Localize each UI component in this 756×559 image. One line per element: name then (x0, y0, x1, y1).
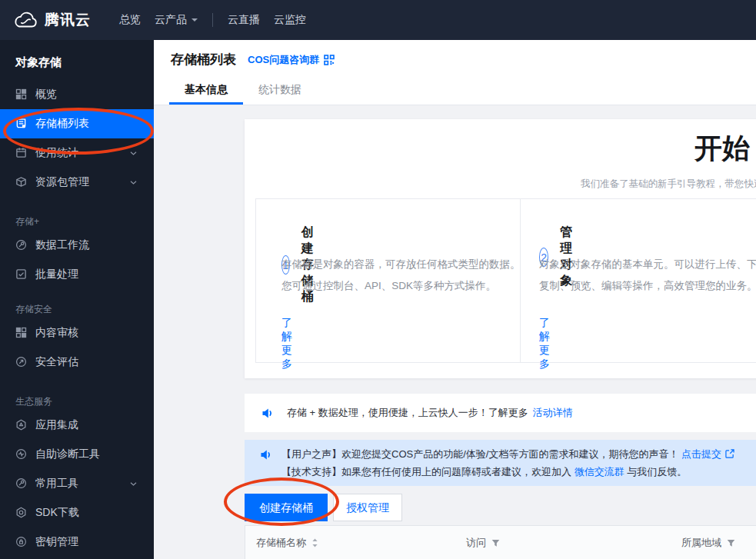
filter-icon[interactable] (727, 539, 735, 547)
sidebar-item-app-integration[interactable]: 应用集成 (0, 411, 154, 440)
bucket-table-header: 存储桶名称 访问 所属地域 (245, 525, 756, 559)
main-content: 开始 我们准备了基础的新手引导教程，带您快速 1 创建存储桶 存储桶是对象的容器… (154, 105, 756, 559)
sort-icon[interactable] (311, 538, 318, 547)
notice-text: 【用户之声】欢迎您提交COS产品的功能/体验/文档等方面的需求和建议，期待您的声… (281, 446, 734, 481)
step-description: 存储桶是对象的容器，可存放任何格式类型的数据。 您可通过控制台、API、SDK等… (281, 254, 521, 297)
sidebar-item-security-assessment[interactable]: 安全评估 (0, 348, 154, 377)
create-bucket-button[interactable]: 创建存储桶 (245, 494, 328, 521)
column-bucket-name[interactable]: 存储桶名称 (256, 526, 318, 559)
sidebar-menu: 概览 存储桶列表 使用统计 (0, 80, 154, 557)
submit-feedback-link[interactable]: 点击提交 (681, 448, 721, 460)
tab-basic-info[interactable]: 基本信息 (169, 77, 243, 105)
topbar: 腾讯云 总览 云产品 云直播 云监控 (0, 0, 756, 40)
sidebar-item-key-management[interactable]: 密钥管理 (0, 527, 154, 557)
brand-name: 腾讯云 (45, 10, 91, 30)
promo-activity-link[interactable]: 活动详情 (533, 406, 573, 420)
topnav: 总览 云产品 云直播 云监控 (112, 13, 313, 27)
checkbox-icon (15, 268, 28, 281)
nav-item-cloud-monitor[interactable]: 云监控 (274, 13, 306, 27)
chevron-down-icon (191, 18, 198, 25)
promo-text: 存储 + 数据处理，使用便捷，上云快人一步！了解更多 (287, 406, 528, 420)
overview-grid-icon (15, 88, 28, 101)
sdk-icon (15, 507, 28, 519)
bucket-list-icon (15, 118, 28, 130)
nav-item-overview[interactable]: 总览 (119, 13, 141, 27)
authorize-button[interactable]: 授权管理 (333, 494, 402, 521)
tencent-cloud-logo-icon (12, 12, 38, 29)
sidebar-section-eco-services: 生态服务 (0, 392, 154, 411)
qr-code-icon (324, 55, 335, 65)
lock-icon (15, 536, 28, 548)
chevron-down-icon (130, 151, 137, 155)
page-header: 存储桶列表 COS问题咨询群 基本信息 统计数据 (154, 40, 756, 105)
wechat-group-link[interactable]: 微信交流群 (574, 466, 624, 477)
sidebar-item-data-workflow[interactable]: 数据工作流 (0, 231, 154, 260)
workflow-icon (15, 239, 28, 251)
sidebar-item-resource-packages[interactable]: 资源包管理 (0, 168, 154, 197)
filter-icon[interactable] (491, 539, 500, 547)
sidebar-section-storage-plus: 存储+ (0, 212, 154, 231)
sidebar-item-usage-stats[interactable]: 使用统计 (0, 138, 154, 168)
cos-console-page: 腾讯云 总览 云产品 云直播 云监控 对象存储 概览 (0, 0, 756, 559)
column-access[interactable]: 访问 (466, 526, 500, 559)
tab-bar: 基本信息 统计数据 (169, 77, 317, 105)
notice-line-1: 【用户之声】欢迎您提交COS产品的功能/体验/文档等方面的需求和建议，期待您的声… (281, 446, 734, 464)
learn-more-link[interactable]: 了解更多 (539, 316, 550, 371)
pulse-icon (15, 448, 28, 461)
guide-panel: 开始 我们准备了基础的新手引导教程，带您快速 1 创建存储桶 存储桶是对象的容器… (245, 119, 756, 378)
sidebar-item-bucket-list[interactable]: 存储桶列表 (0, 109, 154, 138)
tab-statistics[interactable]: 统计数据 (243, 77, 317, 105)
gauge-icon (15, 356, 28, 368)
promo-banner: 存储 + 数据处理，使用便捷，上云快人一步！了解更多 活动详情 (245, 394, 756, 432)
sidebar: 对象存储 概览 存储桶列表 (0, 40, 154, 559)
page-title: 存储桶列表 (171, 51, 236, 68)
notice-line-2: 【技术支持】如果您有任何使用上的问题障碍或者建议，欢迎加入 微信交流群 与我们反… (281, 464, 734, 481)
external-link-icon (725, 447, 734, 464)
sidebar-item-batch-processing[interactable]: 批量处理 (0, 260, 154, 289)
sidebar-item-content-audit[interactable]: 内容审核 (0, 318, 154, 348)
notice-banner: 【用户之声】欢迎您提交COS产品的功能/体验/文档等方面的需求和建议，期待您的声… (245, 440, 756, 486)
nav-item-cloud-products[interactable]: 云产品 (155, 13, 198, 27)
megaphone-icon (260, 449, 273, 464)
sidebar-section-storage-security: 存储安全 (0, 300, 154, 318)
guide-subtitle: 我们准备了基础的新手引导教程，带您快速 (581, 178, 756, 191)
steps-box: 1 创建存储桶 存储桶是对象的容器，可存放任何格式类型的数据。 您可通过控制台、… (255, 198, 756, 363)
brand[interactable]: 腾讯云 (12, 10, 91, 30)
package-icon (15, 176, 28, 188)
calendar-icon (15, 147, 28, 159)
nav-item-live-streaming[interactable]: 云直播 (228, 13, 260, 27)
megaphone-icon (261, 408, 275, 419)
hexagon-icon (15, 419, 28, 431)
sidebar-item-common-tools[interactable]: 常用工具 (0, 469, 154, 498)
sidebar-item-sdk-download[interactable]: SDK下载 (0, 498, 154, 527)
sidebar-item-self-diagnosis[interactable]: 自助诊断工具 (0, 440, 154, 469)
wrench-icon (15, 477, 28, 490)
sidebar-item-overview[interactable]: 概览 (0, 80, 154, 109)
chevron-down-icon (130, 482, 137, 486)
column-region[interactable]: 所属地域 (681, 526, 735, 559)
guide-title: 开始 (694, 130, 750, 168)
consult-group-link[interactable]: COS问题咨询群 (248, 53, 335, 67)
chevron-down-icon (130, 181, 137, 185)
audit-grid-icon (15, 327, 28, 339)
nav-divider (212, 13, 213, 27)
product-title: 对象存储 (15, 55, 62, 70)
learn-more-link[interactable]: 了解更多 (281, 316, 292, 371)
step-description: 对象是对象存储的基本单元。可以进行上传、下载、 复制、预览、编辑等操作，高效管理… (539, 254, 756, 297)
